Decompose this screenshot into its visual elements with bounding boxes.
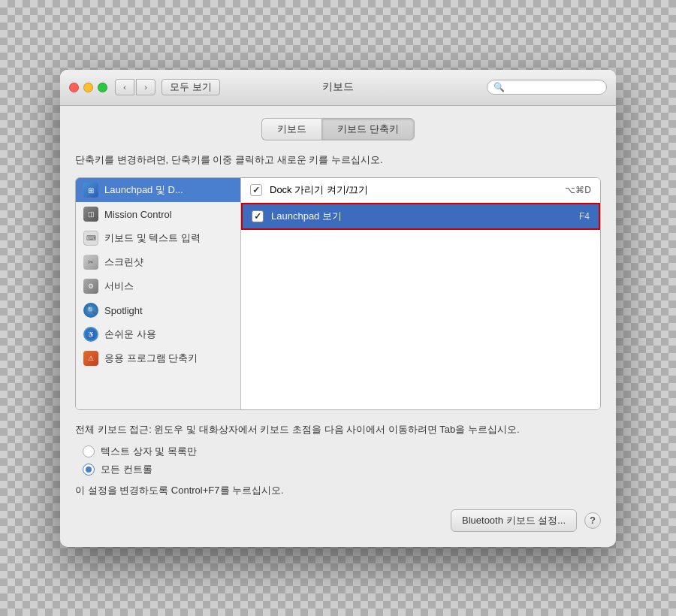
services-icon: ⚙ [83,279,98,294]
sidebar-item-label: Spotlight [104,305,143,316]
search-icon: 🔍 [493,82,505,92]
shortcut-label-dock: Dock 가리기 켜기/끄기 [270,183,557,197]
sidebar-item-accessibility[interactable]: ♿ 손쉬운 사용 [76,322,240,346]
radio-label-all-controls: 모든 컨트롤 [101,463,152,476]
radio-btn-all-controls[interactable] [83,464,95,476]
nav-buttons: ‹ › [115,79,155,95]
shortcut-key-launchpad: F4 [579,211,590,222]
radio-text-only[interactable]: 텍스트 상자 및 목록만 [83,445,601,458]
app-shortcut-icon: ⚠ [83,351,98,366]
mission-icon: ◫ [83,207,98,222]
spotlight-icon: 🔍 [83,303,98,318]
screenshot-icon: ✂ [83,255,98,270]
window-title: 키보드 [322,80,354,94]
check-mark-launchpad: ✓ [254,211,261,222]
radio-dot-all-controls [86,467,92,473]
search-box: 🔍 [487,80,607,95]
help-button[interactable]: ? [584,512,601,529]
shortcut-label-launchpad: Launchpad 보기 [271,210,572,223]
titlebar: ‹ › 모두 보기 키보드 🔍 [60,70,616,106]
sidebar-item-services[interactable]: ⚙ 서비스 [76,274,240,298]
tab-bar: 키보드 키보드 단축키 [75,118,601,140]
sidebar-item-label: 키보드 및 텍스트 입력 [104,231,201,245]
launchpad-icon: ⊞ [83,183,98,198]
close-button[interactable] [69,83,79,92]
sidebar-item-label: Mission Control [104,209,172,220]
main-panel: ⊞ Launchpad 및 D... ◫ Mission Control ⌨ 키… [75,177,601,410]
sidebar-item-label: Launchpad 및 D... [104,183,183,197]
bottom-bar: Bluetooth 키보드 설정... ? [75,509,601,532]
bluetooth-button[interactable]: Bluetooth 키보드 설정... [451,509,577,532]
shortcut-row-dock[interactable]: ✓ Dock 가리기 켜기/끄기 ⌥⌘D [241,178,600,203]
sidebar-item-keyboard[interactable]: ⌨ 키보드 및 텍스트 입력 [76,226,240,250]
content-area: 키보드 키보드 단축키 단축키를 변경하려면, 단축키를 이중 클릭하고 새로운… [60,106,616,547]
sidebar-item-spotlight[interactable]: 🔍 Spotlight [76,298,240,322]
radio-label-text-only: 텍스트 상자 및 목록만 [101,445,197,458]
sidebar-item-label: 스크린샷 [104,255,143,269]
shortcut-key-dock: ⌥⌘D [565,185,591,195]
instruction-text: 단축키를 변경하려면, 단축키를 이중 클릭하고 새로운 키를 누르십시오. [75,152,601,168]
bottom-section: 전체 키보드 접근: 윈도우 및 대화상자에서 키보드 초점을 다음 사이에서 … [75,422,601,497]
keyboard-icon: ⌨ [83,231,98,246]
checkbox-launchpad[interactable]: ✓ [252,210,264,222]
forward-button[interactable]: › [136,79,155,95]
shortcut-row-launchpad[interactable]: ✓ Launchpad 보기 F4 [241,203,600,230]
accessibility-icon: ♿ [83,327,98,342]
search-input[interactable] [508,82,600,92]
sidebar-item-label: 손쉬운 사용 [104,328,156,341]
sidebar-item-label: 응용 프로그램 단축키 [104,352,198,365]
keyboard-access-text: 전체 키보드 접근: 윈도우 및 대화상자에서 키보드 초점을 다음 사이에서 … [75,422,601,437]
sidebar-item-launchpad[interactable]: ⊞ Launchpad 및 D... [76,178,240,202]
main-window: ‹ › 모두 보기 키보드 🔍 키보드 키보드 단축키 단축키를 변경하려면, … [60,70,616,547]
radio-btn-text-only[interactable] [83,445,95,457]
show-all-button[interactable]: 모두 보기 [161,79,220,95]
tab-keyboard[interactable]: 키보드 [261,118,321,140]
checkbox-dock[interactable]: ✓ [250,184,262,196]
shortcut-panel: ✓ Dock 가리기 켜기/끄기 ⌥⌘D ✓ Launchpad 보기 F4 [241,178,600,409]
check-mark-dock: ✓ [252,185,260,195]
back-button[interactable]: ‹ [115,79,134,95]
tab-shortcuts[interactable]: 키보드 단축키 [321,118,415,140]
radio-group: 텍스트 상자 및 목록만 모든 컨트롤 [83,445,601,476]
radio-all-controls[interactable]: 모든 컨트롤 [83,463,601,476]
maximize-button[interactable] [98,83,107,92]
traffic-lights [69,83,107,92]
sidebar-item-screenshot[interactable]: ✂ 스크린샷 [76,250,240,274]
hint-text: 이 설정을 변경하도록 Control+F7를 누르십시오. [75,484,601,497]
sidebar: ⊞ Launchpad 및 D... ◫ Mission Control ⌨ 키… [76,178,241,409]
sidebar-item-app-shortcut[interactable]: ⚠ 응용 프로그램 단축키 [76,346,240,370]
sidebar-item-mission[interactable]: ◫ Mission Control [76,202,240,226]
sidebar-item-label: 서비스 [104,279,134,293]
minimize-button[interactable] [83,83,93,92]
